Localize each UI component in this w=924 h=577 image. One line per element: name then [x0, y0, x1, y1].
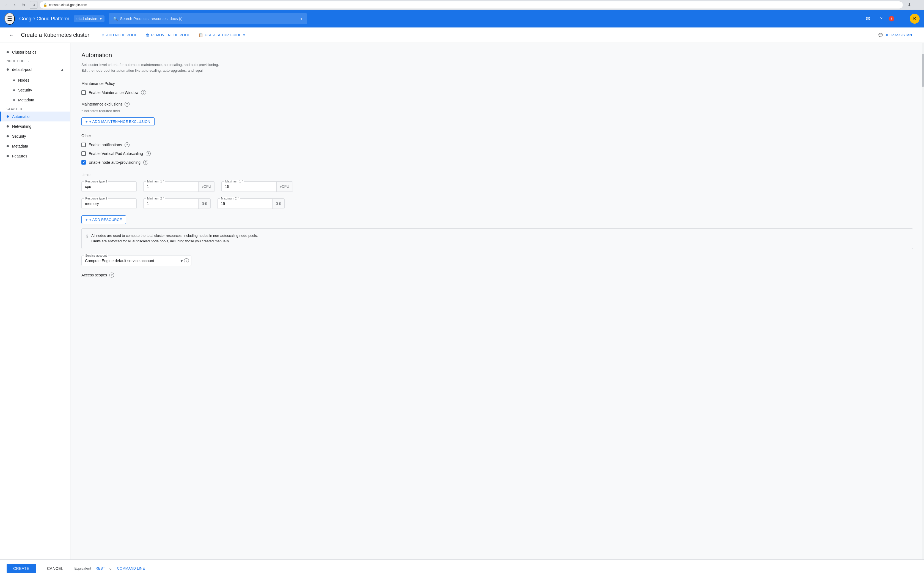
maximum-2-unit: GB — [272, 199, 284, 208]
sidebar-dot-security-sub — [13, 89, 15, 91]
enable-vpa-label: Enable Vertical Pod Autoscaling — [89, 152, 143, 156]
service-account-help-icon[interactable]: ? — [184, 258, 189, 263]
chevron-up-icon: ▴ — [61, 66, 63, 73]
equivalent-text: Equivalent — [74, 566, 91, 571]
remove-node-pool-icon: 🗑 — [146, 33, 149, 37]
sidebar: Cluster basics NODE POOLS default-pool ▴… — [0, 43, 70, 559]
create-button[interactable]: CREATE — [6, 564, 36, 573]
add-resource-button[interactable]: + + ADD RESOURCE — [81, 215, 126, 224]
sidebar-dot-metadata-sub — [13, 99, 15, 101]
tab-switcher[interactable]: ⊡ — [30, 1, 37, 9]
enable-maintenance-window-row: Enable Maintenance Window ? — [81, 90, 913, 95]
content-title: Automation — [81, 52, 913, 59]
sidebar-item-networking[interactable]: Networking — [0, 121, 70, 131]
enable-vpa-row: Enable Vertical Pod Autoscaling ? — [81, 151, 913, 156]
sidebar-dot-security — [6, 135, 9, 137]
required-note: * Indicates required field — [81, 109, 913, 113]
gcp-header: ☰ Google Cloud Platform etcd-clusters ▾ … — [0, 10, 924, 27]
resource-type-2-field: Resource type 2 — [81, 198, 137, 209]
sidebar-dot — [6, 51, 9, 53]
back-button[interactable]: ← — [6, 30, 16, 40]
help-assistant-button[interactable]: 💬 HELP ASSISTANT — [875, 31, 918, 39]
networking-label: Networking — [12, 124, 31, 129]
use-setup-guide-button[interactable]: 📋 USE A SETUP GUIDE ▾ — [195, 31, 248, 39]
search-bar[interactable]: 🔍 Search Products, resources, docs (/) ▾ — [109, 13, 307, 24]
maximum-1-field: Maximum 1 * vCPU — [221, 181, 293, 192]
automation-label: Automation — [12, 114, 32, 119]
help-button[interactable]: ? — [876, 13, 887, 24]
nodes-label: Nodes — [18, 78, 29, 82]
access-scopes-header: Access scopes ? — [81, 272, 913, 277]
add-maintenance-exclusion-label: + ADD MAINTENANCE EXCLUSION — [89, 119, 150, 124]
remove-node-pool-button[interactable]: 🗑 REMOVE NODE POOL — [142, 31, 193, 39]
more-button[interactable]: ⋮ — [914, 1, 922, 9]
gcp-logo: Google Cloud Platform — [19, 16, 69, 22]
project-selector[interactable]: etcd-clusters ▾ — [74, 15, 105, 22]
sidebar-item-features[interactable]: Features — [0, 151, 70, 161]
access-scopes-help-icon[interactable]: ? — [109, 272, 114, 277]
user-avatar[interactable]: K — [910, 14, 919, 24]
add-maintenance-exclusion-button[interactable]: + + ADD MAINTENANCE EXCLUSION — [81, 117, 155, 126]
browser-chrome: ‹ › ↻ ⊡ 🔒 console.cloud.google.com ⬇ ⋮ — [0, 0, 924, 10]
browser-nav: ‹ › ↻ — [2, 1, 27, 9]
enable-vpa-checkbox[interactable] — [81, 152, 86, 156]
cancel-button[interactable]: CANCEL — [40, 564, 70, 573]
sidebar-dot-networking — [6, 125, 9, 127]
enable-maintenance-window-checkbox[interactable] — [81, 90, 86, 95]
browser-tabs: ⊡ — [30, 1, 37, 9]
enable-notifications-checkbox[interactable] — [81, 143, 86, 147]
minimum-1-input[interactable] — [144, 182, 198, 192]
sidebar-dot-nodes — [13, 79, 15, 81]
sidebar-item-nodes[interactable]: Nodes — [0, 75, 70, 85]
features-label: Features — [12, 154, 27, 158]
sidebar-item-automation[interactable]: Automation — [0, 111, 70, 121]
enable-auto-provisioning-label: Enable node auto-provisioning — [89, 160, 141, 164]
reload-button[interactable]: ↻ — [20, 1, 27, 9]
access-scopes-section: Access scopes ? — [81, 272, 913, 277]
maximum-2-input[interactable] — [218, 199, 272, 208]
maximum-2-field: Maximum 2 * GB — [217, 198, 284, 209]
notifications-help-icon[interactable]: ? — [124, 142, 129, 147]
maximum-1-unit: vCPU — [276, 182, 292, 192]
address-bar[interactable]: 🔒 console.cloud.google.com — [40, 1, 903, 9]
resource-type-1-label: Resource type 1 — [84, 180, 108, 183]
sidebar-item-security[interactable]: Security — [0, 131, 70, 141]
minimum-2-input[interactable] — [144, 199, 198, 208]
maximum-1-input[interactable] — [222, 182, 276, 192]
sidebar-item-security-sub[interactable]: Security — [0, 85, 70, 95]
cluster-basics-label: Cluster basics — [12, 50, 36, 55]
maintenance-exclusions-section: Maintenance exclusions ? * Indicates req… — [81, 102, 913, 126]
sidebar-item-metadata-sub[interactable]: Metadata — [0, 95, 70, 105]
nav-forward-button[interactable]: › — [11, 1, 19, 9]
resource-type-1-field: Resource type 1 — [81, 181, 137, 192]
command-line-link[interactable]: COMMAND LINE — [117, 566, 145, 571]
sidebar-item-metadata[interactable]: Metadata — [0, 141, 70, 151]
vpa-help-icon[interactable]: ? — [146, 151, 151, 156]
sidebar-item-cluster-basics[interactable]: Cluster basics — [0, 47, 70, 57]
nav-back-button[interactable]: ‹ — [2, 1, 10, 9]
sidebar-dot-features — [6, 155, 9, 157]
service-account-dropdown-icon: ▾ — [180, 258, 183, 264]
rest-link[interactable]: REST — [95, 566, 105, 571]
page-layout: ← Create a Kubernetes cluster ⊕ ADD NODE… — [0, 27, 924, 577]
service-account-label: Service account — [84, 254, 108, 257]
settings-dots-button[interactable]: ⋮ — [897, 13, 908, 24]
enable-auto-provisioning-checkbox[interactable] — [81, 160, 86, 164]
limits-section: Limits Resource type 1 Minimum 1 * vCPU — [81, 172, 913, 249]
add-exclusion-plus-icon: + — [86, 119, 88, 124]
exclusions-help-icon[interactable]: ? — [124, 102, 129, 106]
access-scopes-label: Access scopes — [81, 273, 107, 277]
add-node-pool-button[interactable]: ⊕ ADD NODE POOL — [98, 31, 140, 39]
download-button[interactable]: ⬇ — [905, 1, 913, 9]
gcp-title: Google Cloud Platform — [19, 16, 69, 22]
enable-notifications-label: Enable notifications — [89, 143, 122, 147]
hamburger-menu[interactable]: ☰ — [5, 13, 15, 25]
sidebar-item-default-pool[interactable]: default-pool ▴ — [0, 64, 70, 75]
minimum-1-unit: vCPU — [198, 182, 215, 192]
maintenance-window-help-icon[interactable]: ? — [141, 90, 146, 95]
notifications-button[interactable]: ✉ — [863, 13, 873, 24]
metadata-sub-label: Metadata — [18, 98, 34, 102]
ssl-lock-icon: 🔒 — [43, 3, 47, 7]
scrollbar-thumb[interactable] — [922, 54, 924, 87]
auto-provisioning-help-icon[interactable]: ? — [143, 160, 148, 165]
